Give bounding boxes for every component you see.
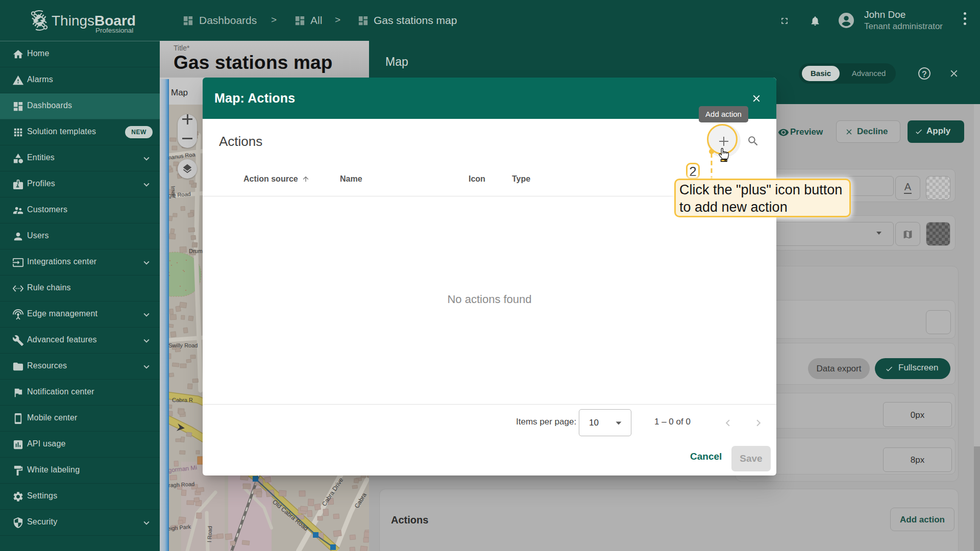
svg-text:Cabra R: Cabra R — [172, 397, 193, 403]
svg-text:l Road: l Road — [206, 526, 213, 542]
svg-text:Drum: Drum — [189, 248, 203, 254]
svg-text:Swilly Road: Swilly Road — [168, 342, 198, 348]
